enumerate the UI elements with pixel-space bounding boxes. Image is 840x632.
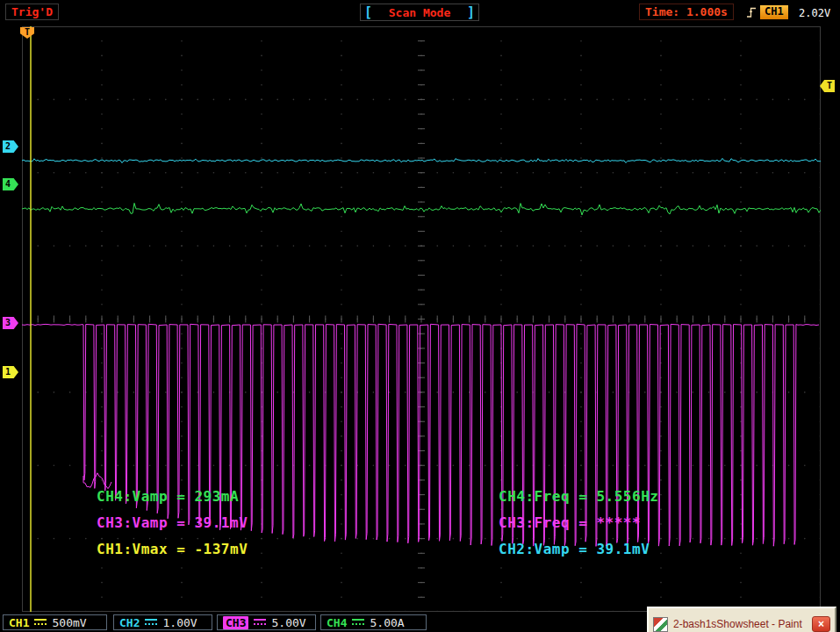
dc-coupling-icon: [145, 618, 157, 627]
channel-box-ch4[interactable]: CH4 5.00A: [320, 614, 427, 630]
trigger-status: Trig'D: [5, 4, 59, 20]
scan-mode-indicator: [ Scan Mode ]: [360, 4, 479, 21]
oscilloscope-screen: Trig'D [ Scan Mode ] Time: 1.000s CH1 2.…: [0, 0, 840, 632]
measurement-ch3-freq: CH3:Freq = *****: [499, 514, 641, 531]
ch4-scale: 5.00A: [370, 616, 404, 629]
ch1-scale: 500mV: [52, 616, 86, 629]
channel-box-ch2[interactable]: CH2 1.00V: [113, 614, 212, 630]
trigger-source-badge: CH1: [760, 5, 788, 19]
dc-coupling-icon: [34, 618, 47, 627]
ch3-zero-marker[interactable]: 3: [3, 317, 18, 329]
ch4-zero-marker[interactable]: 4: [3, 178, 18, 190]
trigger-edge-icon: [746, 5, 757, 20]
dc-coupling-icon: [352, 618, 364, 627]
measurement-ch4-vamp: CH4:Vamp = 293mA: [97, 488, 239, 505]
paint-app-icon: [653, 617, 668, 632]
measurement-ch1-vmax: CH1:Vmax = -137mV: [97, 541, 248, 557]
ch1-zero-marker[interactable]: 1: [3, 366, 18, 378]
ch2-zero-marker[interactable]: 2: [3, 140, 18, 153]
mode-label: Scan Mode: [389, 6, 450, 19]
bracket-right: ]: [467, 4, 475, 20]
trigger-level-marker[interactable]: T: [820, 80, 835, 92]
measurement-ch2-vamp: CH2:Vamp = 39.1mV: [499, 541, 650, 557]
measurement-ch4-freq: CH4:Freq = 5.556Hz: [499, 488, 658, 505]
ch3-scale: 5.00V: [271, 616, 305, 629]
channel-box-ch3[interactable]: CH3 5.00V: [217, 614, 316, 630]
top-status-bar: Trig'D [ Scan Mode ] Time: 1.000s CH1 2.…: [0, 0, 840, 26]
bracket-left: [: [364, 4, 372, 20]
timebase-readout: Time: 1.000s: [639, 4, 734, 20]
paint-window-popup[interactable]: 2-bash1sShowsheet - Paint ×: [647, 607, 836, 632]
dc-coupling-icon: [254, 618, 266, 627]
channel-box-ch1[interactable]: CH1 500mV: [3, 614, 107, 630]
ch2-scale: 1.00V: [162, 616, 197, 629]
trigger-level-readout: 2.02V: [799, 7, 830, 19]
popup-title: 2-bash1sShowsheet - Paint: [673, 618, 802, 630]
ch1-label: CH1: [9, 616, 29, 629]
ch2-label: CH2: [119, 616, 140, 629]
popup-close-button[interactable]: ×: [812, 616, 830, 632]
ch4-label: CH4: [327, 616, 347, 629]
ch3-label: CH3: [223, 616, 248, 629]
measurement-ch3-vamp: CH3:Vamp = 39.1mV: [97, 514, 248, 531]
